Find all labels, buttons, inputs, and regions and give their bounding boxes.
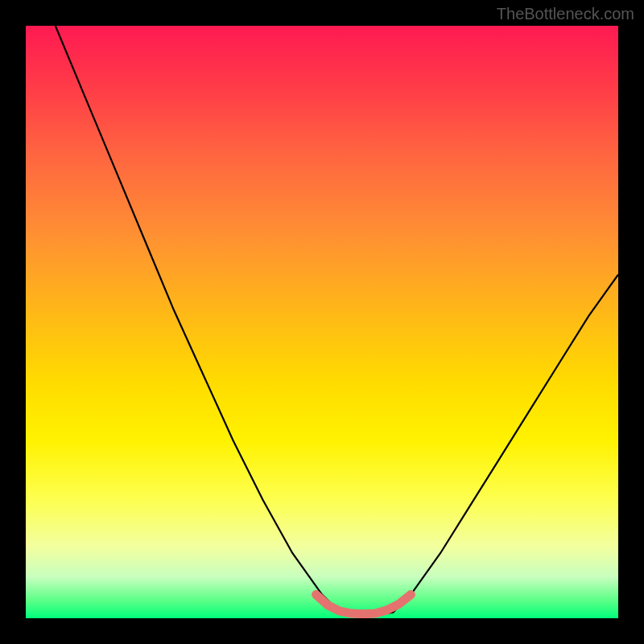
chart-plot-area — [26, 26, 618, 618]
chart-svg — [26, 26, 618, 618]
flat-bottom-highlight — [316, 595, 411, 614]
curve-line — [56, 26, 618, 615]
watermark-text: TheBottleneck.com — [497, 5, 634, 23]
